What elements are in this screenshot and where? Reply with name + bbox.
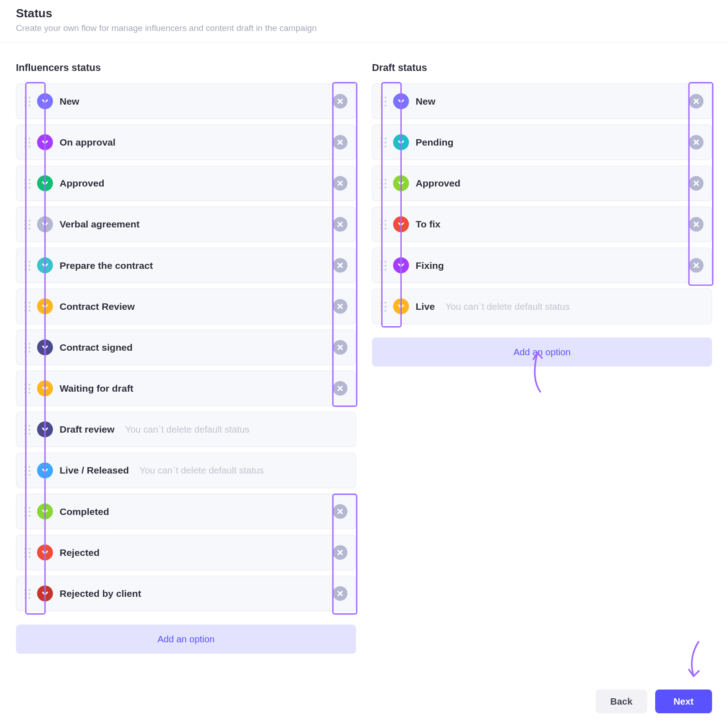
status-row: Contract signed — [16, 329, 356, 365]
status-label: Contract signed — [60, 342, 133, 353]
status-label: New — [60, 96, 79, 106]
draft-status-list: NewPendingApprovedTo fixFixingLiveYou ca… — [372, 83, 712, 324]
drag-handle-icon[interactable] — [25, 178, 30, 188]
drag-handle-icon[interactable] — [25, 506, 30, 516]
drag-handle-icon[interactable] — [380, 260, 386, 270]
status-color-picker[interactable] — [393, 93, 409, 109]
delete-status-button[interactable] — [689, 135, 703, 150]
status-label: Rejected by client — [60, 588, 141, 599]
status-color-picker[interactable] — [393, 257, 409, 273]
status-row: Pending — [372, 124, 712, 160]
status-row: On approval — [16, 124, 356, 160]
status-row: Draft reviewYou can`t delete default sta… — [16, 412, 356, 448]
page-header: Status Create your own flow for manage i… — [0, 0, 728, 43]
drag-handle-icon[interactable] — [25, 219, 30, 229]
drag-handle-icon[interactable] — [25, 96, 30, 106]
drag-handle-icon[interactable] — [25, 260, 30, 270]
drag-handle-icon[interactable] — [380, 137, 386, 147]
delete-status-button[interactable] — [333, 586, 348, 601]
status-row: Fixing — [372, 247, 712, 283]
status-color-picker[interactable] — [37, 257, 53, 273]
drag-handle-icon[interactable] — [380, 302, 386, 312]
delete-status-button[interactable] — [689, 176, 703, 191]
status-row: Waiting for draft — [16, 371, 356, 407]
draft-column-title: Draft status — [372, 61, 712, 73]
status-row: To fix — [372, 207, 712, 242]
status-color-picker[interactable] — [393, 175, 409, 191]
status-row: LiveYou can`t delete default status — [372, 288, 712, 324]
status-color-picker[interactable] — [37, 175, 53, 191]
status-label: Waiting for draft — [60, 383, 133, 393]
status-color-picker[interactable] — [37, 339, 53, 355]
drag-handle-icon[interactable] — [380, 178, 386, 188]
status-row: Approved — [372, 166, 712, 202]
add-option-button[interactable]: Add an option — [372, 338, 712, 367]
status-label: Live / Released — [60, 465, 129, 476]
delete-status-button[interactable] — [689, 258, 703, 272]
drag-handle-icon[interactable] — [25, 589, 30, 599]
delete-status-button[interactable] — [333, 217, 348, 232]
delete-status-button[interactable] — [333, 299, 348, 313]
status-color-picker[interactable] — [37, 504, 53, 519]
drag-handle-icon[interactable] — [380, 219, 386, 229]
drag-handle-icon[interactable] — [25, 343, 30, 353]
add-option-button[interactable]: Add an option — [16, 625, 356, 654]
delete-status-button[interactable] — [333, 545, 348, 560]
status-color-picker[interactable] — [37, 134, 53, 150]
status-label: Fixing — [415, 260, 444, 271]
status-row: Prepare the contract — [16, 247, 356, 283]
status-label: Completed — [60, 506, 109, 517]
status-hint: You can`t delete default status — [140, 465, 264, 476]
delete-status-button[interactable] — [333, 135, 348, 150]
delete-status-button[interactable] — [333, 176, 348, 191]
delete-status-button[interactable] — [333, 340, 348, 355]
influencers-status-list: NewOn approvalApprovedVerbal agreementPr… — [16, 83, 356, 611]
status-hint: You can`t delete default status — [445, 301, 570, 312]
status-label: To fix — [415, 219, 440, 229]
status-label: New — [415, 96, 435, 106]
status-color-picker[interactable] — [393, 134, 409, 150]
drag-handle-icon[interactable] — [25, 548, 30, 558]
status-label: Live — [415, 301, 435, 312]
status-color-picker[interactable] — [393, 298, 409, 314]
status-color-picker[interactable] — [37, 217, 53, 232]
drag-handle-icon[interactable] — [25, 383, 30, 393]
status-row: Live / ReleasedYou can`t delete default … — [16, 453, 356, 489]
status-color-picker[interactable] — [37, 463, 53, 479]
drag-handle-icon[interactable] — [25, 424, 30, 434]
status-label: Draft review — [60, 424, 115, 434]
delete-status-button[interactable] — [333, 504, 348, 519]
influencers-column: Influencers status NewOn approvalApprove… — [16, 61, 356, 654]
status-label: Verbal agreement — [60, 219, 140, 229]
status-row: New — [16, 83, 356, 119]
drag-handle-icon[interactable] — [25, 137, 30, 147]
status-row: Completed — [16, 494, 356, 529]
delete-status-button[interactable] — [689, 217, 703, 232]
delete-status-button[interactable] — [333, 94, 348, 109]
status-label: On approval — [60, 137, 116, 147]
delete-status-button[interactable] — [689, 94, 703, 109]
drag-handle-icon[interactable] — [25, 302, 30, 312]
status-row: Verbal agreement — [16, 207, 356, 242]
status-color-picker[interactable] — [393, 217, 409, 232]
status-label: Approved — [415, 178, 460, 188]
next-button[interactable]: Next — [655, 690, 712, 713]
status-label: Pending — [415, 137, 453, 147]
status-color-picker[interactable] — [37, 380, 53, 396]
draft-column: Draft status NewPendingApprovedTo fixFix… — [372, 61, 712, 654]
status-hint: You can`t delete default status — [125, 424, 249, 434]
status-color-picker[interactable] — [37, 298, 53, 314]
delete-status-button[interactable] — [333, 381, 348, 396]
status-color-picker[interactable] — [37, 422, 53, 438]
footer-actions: Back Next — [596, 690, 712, 713]
drag-handle-icon[interactable] — [25, 465, 30, 475]
delete-status-button[interactable] — [333, 258, 348, 272]
status-label: Rejected — [60, 547, 100, 558]
status-color-picker[interactable] — [37, 93, 53, 109]
status-row: Rejected by client — [16, 575, 356, 611]
back-button[interactable]: Back — [596, 690, 647, 713]
drag-handle-icon[interactable] — [380, 96, 386, 106]
status-color-picker[interactable] — [37, 585, 53, 601]
status-color-picker[interactable] — [37, 545, 53, 560]
status-row: Contract Review — [16, 288, 356, 324]
